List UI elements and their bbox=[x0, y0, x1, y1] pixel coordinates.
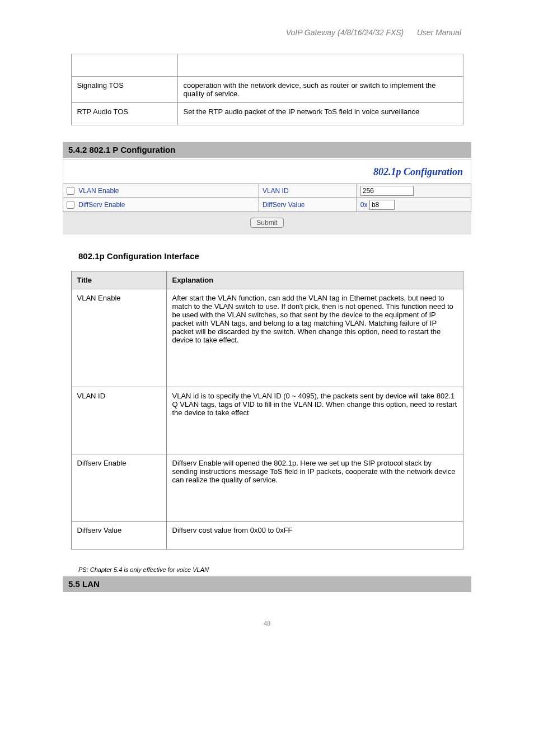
vlan-id-label: VLAN ID bbox=[259, 184, 357, 198]
page-header: VoIP Gateway (4/8/16/24/32 FXS) User Man… bbox=[34, 28, 500, 37]
desc-h1: Title bbox=[71, 271, 166, 289]
submit-row: Submit bbox=[63, 212, 471, 228]
tos-r1-label bbox=[71, 54, 177, 77]
tos-r2-label: Signaling TOS bbox=[71, 77, 177, 103]
tos-r2-desc: cooperation with the network device, suc… bbox=[177, 77, 463, 103]
config-panel-title: 802.1p Configuration bbox=[63, 159, 471, 184]
config-row-vlan: VLAN Enable VLAN ID bbox=[63, 184, 471, 198]
desc-r2-label: VLAN ID bbox=[71, 387, 166, 454]
desc-r4-label: Diffserv Value bbox=[71, 522, 166, 550]
tos-r1-desc bbox=[177, 54, 463, 77]
submit-button[interactable]: Submit bbox=[250, 218, 283, 228]
desc-h2: Explanation bbox=[166, 271, 463, 289]
diffserv-enable-checkbox[interactable] bbox=[67, 201, 74, 209]
desc-row: VLAN Enable After start the VLAN functio… bbox=[71, 289, 463, 387]
tos-table: Signaling TOS cooperation with the netwo… bbox=[71, 54, 463, 125]
section-8021p-title: 5.4.2 802.1 P Configuration bbox=[63, 142, 471, 158]
config-grid: VLAN Enable VLAN ID DiffServ Enable Diff… bbox=[63, 184, 471, 212]
desc-row: VLAN ID VLAN id is to specify the VLAN I… bbox=[71, 387, 463, 454]
desc-r1-label: VLAN Enable bbox=[71, 289, 166, 387]
desc-r4-desc: Diffserv cost value from 0x00 to 0xFF bbox=[166, 522, 463, 550]
diffserv-enable-cell: DiffServ Enable bbox=[63, 198, 259, 212]
diffserv-value-input[interactable] bbox=[369, 200, 395, 210]
desc-header-row: Title Explanation bbox=[71, 271, 463, 289]
footnote: PS: Chapter 5.4 is only effective for vo… bbox=[78, 566, 500, 573]
page-number: 48 bbox=[34, 620, 500, 627]
diffserv-enable-label: DiffServ Enable bbox=[78, 201, 125, 209]
config-row-diffserv: DiffServ Enable DiffServ Value 0x bbox=[63, 198, 471, 212]
tos-r3-desc: Set the RTP audio packet of the IP netwo… bbox=[177, 103, 463, 125]
section-lan-title: 5.5 LAN bbox=[63, 576, 471, 592]
diffserv-value-cell: 0x bbox=[357, 198, 471, 212]
desc-r2-desc: VLAN id is to specify the VLAN ID (0 ~ 4… bbox=[166, 387, 463, 454]
vlan-id-value-cell bbox=[357, 184, 471, 198]
table-row: Signaling TOS cooperation with the netwo… bbox=[71, 77, 463, 103]
diffserv-prefix: 0x bbox=[360, 201, 368, 209]
header-doc: User Manual bbox=[417, 28, 461, 37]
vlan-enable-label: VLAN Enable bbox=[78, 187, 119, 195]
header-product: VoIP Gateway (4/8/16/24/32 FXS) bbox=[286, 28, 404, 37]
vlan-enable-checkbox[interactable] bbox=[67, 187, 74, 195]
vlan-enable-cell: VLAN Enable bbox=[63, 184, 259, 198]
vlan-id-input[interactable] bbox=[360, 186, 414, 196]
desc-r3-desc: Diffserv Enable will opened the 802.1p. … bbox=[166, 454, 463, 522]
desc-r3-label: Diffserv Enable bbox=[71, 454, 166, 522]
desc-row: Diffserv Enable Diffserv Enable will ope… bbox=[71, 454, 463, 522]
tos-r3-label: RTP Audio TOS bbox=[71, 103, 177, 125]
figure-caption: 802.1p Configuration Interface bbox=[78, 251, 500, 261]
config-panel-8021p: 802.1p Configuration VLAN Enable VLAN ID… bbox=[63, 159, 471, 234]
table-row bbox=[71, 54, 463, 77]
table-row: RTP Audio TOS Set the RTP audio packet o… bbox=[71, 103, 463, 125]
desc-r1-desc: After start the VLAN function, can add t… bbox=[166, 289, 463, 387]
diffserv-value-label: DiffServ Value bbox=[259, 198, 357, 212]
description-table: Title Explanation VLAN Enable After star… bbox=[71, 271, 463, 550]
desc-row: Diffserv Value Diffserv cost value from … bbox=[71, 522, 463, 550]
